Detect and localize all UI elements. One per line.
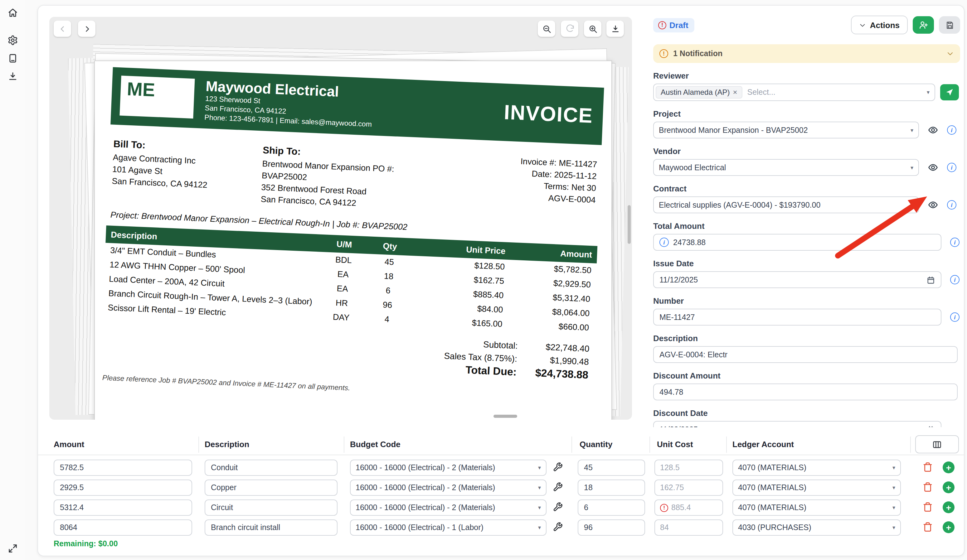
add-row-button[interactable]: + bbox=[943, 481, 954, 493]
number-input[interactable] bbox=[653, 309, 941, 326]
description-input[interactable] bbox=[205, 519, 338, 536]
unit-cost-field[interactable]: ! 885.4 bbox=[654, 499, 723, 516]
contract-label: Contract bbox=[653, 184, 960, 193]
budget-code-select[interactable]: 16000 - 16000 (Electrical) - 2 (Material… bbox=[350, 499, 546, 516]
ledger-value: 4030 (PURCHASES) bbox=[738, 523, 889, 532]
invoice-parties: Bill To: Agave Contracting Inc 101 Agave… bbox=[107, 138, 601, 219]
discount-amount-input[interactable] bbox=[653, 384, 958, 400]
reviewer-chip[interactable]: Austin Alameda (AP) × bbox=[656, 86, 742, 99]
vendor-select[interactable]: Maywood Electrical ▾ bbox=[653, 159, 919, 176]
expand-icon[interactable] bbox=[7, 542, 18, 554]
zoom-in-button[interactable] bbox=[584, 21, 601, 37]
vendor-info-icon[interactable]: i bbox=[947, 163, 956, 172]
discount-amount-label: Discount Amount bbox=[653, 371, 960, 380]
issue-date-info-icon[interactable]: i bbox=[950, 275, 959, 284]
contract-eye-icon[interactable] bbox=[928, 199, 938, 210]
issue-date-label: Issue Date bbox=[653, 259, 960, 268]
discount-date-value: 11/22/2025 bbox=[659, 425, 698, 427]
total-amount-info-icon[interactable]: i bbox=[950, 237, 959, 247]
discount-date-row: 11/22/2025 bbox=[653, 421, 960, 427]
wrench-icon[interactable] bbox=[553, 482, 563, 492]
project-info-icon[interactable]: i bbox=[947, 125, 956, 135]
vertical-scrollbar[interactable] bbox=[628, 205, 631, 244]
amount-input[interactable] bbox=[54, 460, 192, 476]
download-document-button[interactable] bbox=[606, 21, 624, 37]
description-input[interactable] bbox=[653, 346, 958, 363]
wrench-icon[interactable] bbox=[553, 462, 563, 473]
issue-date-input[interactable]: 11/12/2025 bbox=[653, 271, 941, 288]
previous-page-button[interactable] bbox=[54, 21, 71, 37]
zoom-out-button[interactable] bbox=[538, 21, 555, 37]
description-input[interactable] bbox=[205, 479, 338, 496]
chevron-down-icon bbox=[860, 21, 866, 28]
header-description: Description bbox=[205, 440, 249, 449]
amount-input[interactable] bbox=[54, 479, 192, 496]
unit-cost-field[interactable]: 128.5 bbox=[654, 460, 723, 476]
budget-code-value: 16000 - 16000 (Electrical) - 2 (Material… bbox=[356, 483, 535, 492]
ledger-account-select[interactable]: 4070 (MATERIALS) ▾ bbox=[733, 460, 901, 476]
add-row-button[interactable]: + bbox=[943, 461, 954, 473]
assign-user-button[interactable] bbox=[913, 16, 934, 34]
amount-input[interactable] bbox=[54, 499, 192, 516]
table-row: 16000 - 16000 (Electrical) - 1 (Labor) ▾… bbox=[38, 517, 964, 537]
delete-row-button[interactable] bbox=[923, 482, 933, 492]
horizontal-scrollbar[interactable] bbox=[493, 415, 517, 418]
ledger-value: 4070 (MATERIALS) bbox=[738, 503, 889, 512]
notification-banner[interactable]: ! 1 Notification bbox=[653, 44, 960, 63]
unit-cost-field[interactable]: 84 bbox=[654, 519, 723, 536]
ledger-account-select[interactable]: 4070 (MATERIALS) ▾ bbox=[733, 499, 901, 516]
project-eye-icon[interactable] bbox=[928, 125, 938, 135]
rotate-button[interactable] bbox=[561, 21, 578, 37]
delete-row-button[interactable] bbox=[923, 502, 933, 512]
status-badge[interactable]: ! Draft bbox=[653, 18, 695, 32]
wrench-icon[interactable] bbox=[553, 522, 563, 532]
unit-cost-field[interactable]: 162.75 bbox=[654, 479, 723, 496]
reader-icon[interactable] bbox=[7, 53, 18, 64]
discount-date-input[interactable]: 11/22/2025 bbox=[653, 421, 941, 427]
chevron-down-icon: ▾ bbox=[893, 464, 895, 471]
chevron-down-icon: ▾ bbox=[538, 504, 541, 511]
contract-select[interactable]: Electrical supplies (AGV-E-0004) - $1937… bbox=[653, 196, 919, 213]
chevron-down-icon: ▾ bbox=[893, 504, 895, 511]
gear-icon[interactable] bbox=[7, 34, 18, 46]
delete-row-button[interactable] bbox=[923, 522, 933, 532]
description-input[interactable] bbox=[205, 460, 338, 476]
reviewer-placeholder: Select... bbox=[747, 88, 923, 97]
vendor-eye-icon[interactable] bbox=[928, 162, 938, 173]
total-amount-input[interactable]: i 24738.88 bbox=[653, 234, 941, 251]
remaining-amount: Remaining: $0.00 bbox=[54, 539, 118, 548]
add-row-button[interactable]: + bbox=[943, 501, 954, 513]
contract-info-icon[interactable]: i bbox=[947, 200, 956, 209]
calendar-icon[interactable] bbox=[926, 425, 935, 427]
download-icon[interactable] bbox=[7, 71, 18, 82]
total-amount-value: 24738.88 bbox=[673, 238, 706, 247]
add-row-button[interactable]: + bbox=[943, 521, 954, 533]
budget-code-select[interactable]: 16000 - 16000 (Electrical) - 2 (Material… bbox=[350, 479, 546, 496]
budget-code-select[interactable]: 16000 - 16000 (Electrical) - 1 (Labor) ▾ bbox=[350, 519, 546, 536]
reviewer-select[interactable]: Austin Alameda (AP) × Select... ▾ bbox=[653, 84, 935, 101]
quantity-input[interactable] bbox=[578, 460, 645, 476]
close-icon[interactable]: × bbox=[733, 88, 737, 97]
budget-code-select[interactable]: 16000 - 16000 (Electrical) - 2 (Material… bbox=[350, 460, 546, 476]
project-select[interactable]: Brentwood Manor Expansion - BVAP25002 ▾ bbox=[653, 122, 919, 138]
send-for-review-button[interactable] bbox=[940, 84, 959, 100]
number-info-icon[interactable]: i bbox=[950, 313, 959, 322]
chevron-down-icon: ▾ bbox=[911, 164, 913, 171]
description-input[interactable] bbox=[205, 499, 338, 516]
number-row: i bbox=[653, 309, 960, 326]
quantity-input[interactable] bbox=[578, 519, 645, 536]
ledger-account-select[interactable]: 4030 (PURCHASES) ▾ bbox=[733, 519, 901, 536]
wrench-icon[interactable] bbox=[553, 502, 563, 512]
ledger-account-select[interactable]: 4070 (MATERIALS) ▾ bbox=[733, 479, 901, 496]
home-icon[interactable] bbox=[7, 7, 18, 18]
next-page-button[interactable] bbox=[78, 21, 96, 37]
calendar-icon[interactable] bbox=[926, 275, 935, 284]
vendor-info-block: Maywood Electrical 123 Sherwood St San F… bbox=[204, 77, 373, 129]
column-settings-button[interactable] bbox=[915, 435, 959, 453]
amount-input[interactable] bbox=[54, 519, 192, 536]
quantity-input[interactable] bbox=[578, 479, 645, 496]
delete-row-button[interactable] bbox=[923, 462, 933, 473]
quantity-input[interactable] bbox=[578, 499, 645, 516]
actions-button[interactable]: Actions bbox=[851, 16, 908, 34]
save-button[interactable] bbox=[939, 16, 960, 34]
